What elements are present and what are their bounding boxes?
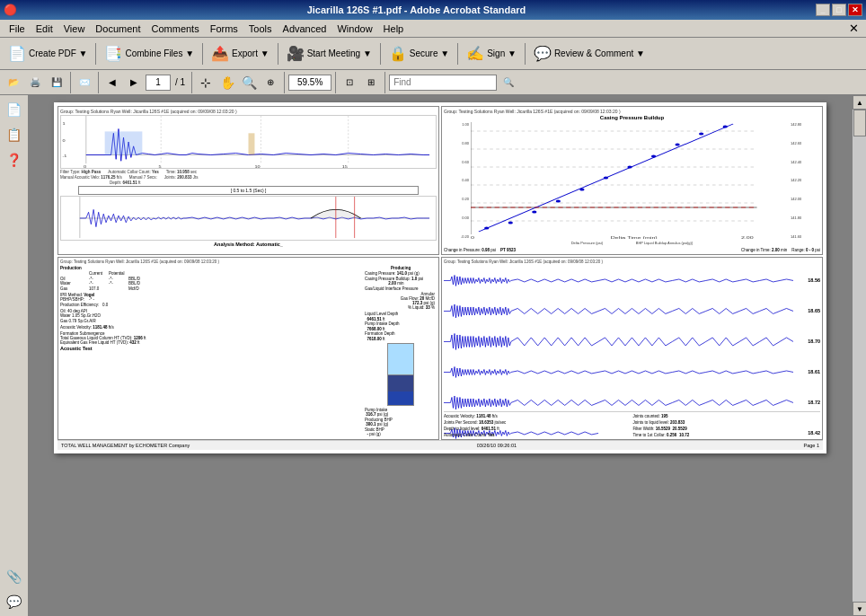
combine-files-button[interactable]: 📑 Combine Files ▼ (100, 41, 199, 66)
scroll-down-button[interactable]: ▼ (853, 602, 866, 616)
svg-point-35 (699, 133, 703, 136)
menu-view[interactable]: View (58, 20, 91, 37)
nav-email-button[interactable]: ✉️ (75, 73, 94, 92)
minimize-button[interactable]: _ (816, 4, 830, 16)
static-bhp: Static BHP (365, 427, 437, 432)
bottom-right-section: Group: Testing Solutions Ryan Well: Jica… (441, 257, 823, 440)
joints-label: Joints: 200.833 Jts (164, 175, 199, 180)
sidebar-attachments-icon[interactable]: 📎 (4, 566, 25, 587)
menu-bar: File Edit View Document Comments Forms T… (0, 20, 866, 38)
toolbar-sep-2 (202, 43, 203, 65)
nav-fit-width-button[interactable]: ⊞ (361, 73, 381, 92)
formation-val: 7618.00 ft (365, 337, 437, 341)
sidebar-bookmarks-icon[interactable]: 📋 (4, 124, 25, 145)
pct-liquid: 172.3 psi (g)% Liquid: 33 % (365, 301, 437, 310)
svg-rect-2 (105, 131, 143, 154)
nav-open-button[interactable]: 📂 (4, 73, 23, 92)
scrollbar-track[interactable] (853, 110, 866, 602)
start-meeting-button[interactable]: 🎥 Start Meeting ▼ (282, 41, 376, 66)
document-close-button[interactable]: ✕ (845, 22, 862, 35)
change-pressure-label: Change in Pressure: 0.98 psi PT 9523 (444, 248, 516, 252)
prod-gas-row: Gas 107.0 Mcf/D (60, 286, 361, 291)
nav-sep-2 (98, 72, 99, 93)
find-search-icon[interactable]: 🔍 (499, 73, 518, 92)
waveform-3-value: 18.70 (793, 339, 820, 344)
waveform-3-svg (444, 327, 793, 356)
right-scrollbar: ▲ ▼ (852, 95, 866, 616)
liq-level-val: 6461.51 ft (365, 317, 437, 321)
menu-document[interactable]: Document (90, 20, 146, 37)
waveform-row-1: 18.56 (444, 266, 820, 295)
ipr-method: IPR Method: Vogel (60, 293, 361, 297)
waveform-5-svg (444, 388, 793, 418)
stat-acoustic-vel: Acoustic Velocity: 1181.48 ft/s (444, 414, 632, 418)
sidebar-comments-icon[interactable]: 💬 (4, 591, 25, 612)
nav-sep-5 (335, 72, 336, 93)
bottom-right-header: Group: Testing Solutions Ryan Well: Jica… (444, 260, 820, 264)
nav-select-button[interactable]: ⊹ (196, 73, 216, 92)
menu-file[interactable]: File (4, 20, 31, 37)
svg-point-27 (508, 222, 513, 224)
pdf-view-area: Group: Testing Solutions Ryan Well: Jica… (29, 95, 852, 616)
formation-depth: Formation Depth (365, 331, 437, 336)
top-right-section: Group: Testing Solutions Ryan Well: Jica… (441, 106, 823, 255)
waveform-2-value: 18.65 (793, 308, 820, 313)
secure-button[interactable]: 🔒 Secure ▼ (384, 41, 454, 66)
waveform-4-value: 18.61 (793, 369, 820, 374)
nav-next-button[interactable]: ▶ (124, 73, 144, 92)
buildup-time: 2.00 min (365, 281, 437, 286)
scrollbar-thumb[interactable] (853, 110, 866, 136)
menu-window[interactable]: Window (331, 20, 377, 37)
scroll-up-button[interactable]: ▲ (853, 95, 866, 110)
create-pdf-button[interactable]: 📄 Create PDF ▼ (4, 41, 92, 66)
find-input[interactable] (389, 75, 497, 91)
prod-oil-row: Oil -*- -*- BBL/D (60, 277, 361, 281)
nav-zoom-out-button[interactable]: 🔍 (239, 73, 259, 92)
prod-headers: Current Potential (60, 271, 361, 276)
nav-sep-3 (191, 72, 192, 93)
stat-joints-to-liquid: Joints to liquid level: 203.833 (633, 420, 821, 425)
main-toolbar: 📄 Create PDF ▼ 📑 Combine Files ▼ 📤 Expor… (0, 38, 866, 70)
nav-hand-button[interactable]: ✋ (217, 73, 237, 92)
bottom-left-header: Group: Testing Solutions Ryan Well: Jica… (60, 260, 437, 264)
stat-joints-counted: Joints counted: 195 (633, 414, 821, 418)
left-sidebar: 📄 📋 ❓ 📎 💬 (0, 95, 29, 616)
menu-advanced[interactable]: Advanced (278, 20, 332, 37)
pdf-bottom-grid: Group: Testing Solutions Ryan Well: Jica… (57, 257, 823, 440)
svg-text:10: 10 (254, 165, 261, 168)
page-number-input[interactable] (146, 75, 171, 91)
waveform-row-4: 18.61 (444, 357, 820, 387)
review-comment-button[interactable]: 💬 Review & Comment ▼ (529, 41, 650, 66)
menu-tools[interactable]: Tools (243, 20, 278, 37)
nav-zoom-in-button[interactable]: ⊕ (261, 73, 280, 92)
menu-help[interactable]: Help (378, 20, 410, 37)
main-content-area: 📄 📋 ❓ 📎 💬 Group: Testing Solutions Ryan … (0, 95, 866, 616)
menu-edit[interactable]: Edit (31, 20, 58, 37)
total-pages-label: / 1 (172, 77, 188, 87)
depth-label: Depth: 6461.51 ft (60, 180, 437, 185)
bottom-left-section: Group: Testing Solutions Ryan Well: Jica… (57, 257, 439, 440)
nav-save-button[interactable]: 💾 (47, 73, 66, 92)
maximize-button[interactable]: □ (832, 4, 846, 16)
menu-forms[interactable]: Forms (205, 20, 243, 37)
acoustic-test-label: Acoustic Test (60, 346, 361, 351)
manual7sec-label: Manual 7 Secs: (129, 175, 157, 180)
export-button[interactable]: 📤 Export ▼ (207, 41, 274, 66)
sidebar-pages-icon[interactable]: 📄 (4, 99, 25, 120)
nav-sep-6 (384, 72, 385, 93)
y-axis-label: Delta Pressure (psi) BHP Liquid Buildup … (444, 241, 820, 245)
review-comment-label: Review & Comment ▼ (554, 48, 645, 58)
menu-comments[interactable]: Comments (146, 20, 205, 37)
stat-depth-liquid: Depth to liquid level: 6461.51 ft (444, 427, 632, 431)
nav-print-button[interactable]: 🖨️ (25, 73, 45, 92)
combine-label: Combine Files ▼ (125, 48, 194, 58)
casing-pres: Casing Pressure: 141.0 psi (g) (365, 271, 437, 276)
zoom-level-input[interactable] (288, 75, 331, 91)
top-left-section: Group: Testing Solutions Ryan Well: Jica… (57, 106, 439, 255)
sidebar-help-icon[interactable]: ❓ (4, 149, 25, 171)
window-controls: _ □ ✕ (816, 4, 862, 16)
nav-fit-button[interactable]: ⊡ (340, 73, 359, 92)
sign-button[interactable]: ✍️ Sign ▼ (462, 41, 521, 66)
nav-prev-button[interactable]: ◀ (102, 73, 122, 92)
close-button[interactable]: ✕ (848, 4, 862, 16)
